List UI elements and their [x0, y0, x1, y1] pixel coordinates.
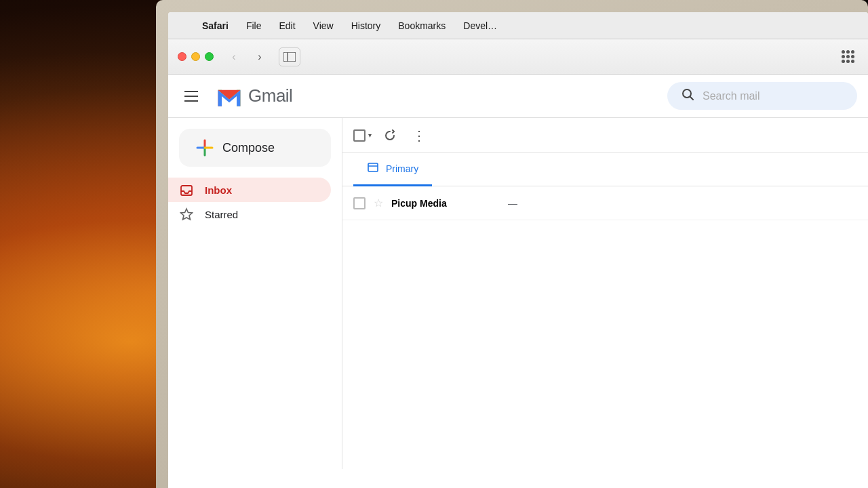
- compose-label: Compose: [222, 141, 275, 155]
- laptop-frame: Safari File Edit View History Bookmarks …: [156, 0, 868, 488]
- view-menu[interactable]: View: [311, 19, 336, 33]
- sidebar-toggle-button[interactable]: [279, 47, 300, 66]
- maximize-button[interactable]: [205, 52, 214, 61]
- browser-screen: Safari File Edit View History Bookmarks …: [168, 12, 868, 488]
- email-tabs: Primary: [342, 153, 868, 186]
- star-icon[interactable]: ☆: [374, 197, 383, 209]
- select-all-checkbox[interactable]: [353, 129, 366, 142]
- email-preview: —: [508, 198, 849, 209]
- close-button[interactable]: [178, 52, 186, 61]
- grid-dots-icon: [842, 50, 854, 63]
- macos-menubar: Safari File Edit View History Bookmarks …: [168, 12, 868, 39]
- sidebar-item-starred[interactable]: Starred: [168, 202, 331, 226]
- minimize-button[interactable]: [191, 52, 200, 61]
- search-placeholder-text: Search mail: [703, 90, 760, 102]
- grid-apps-button[interactable]: [837, 47, 859, 66]
- select-dropdown-arrow[interactable]: ▾: [368, 131, 372, 139]
- ham-line-1: [184, 91, 198, 92]
- laptop-bezel: Safari File Edit View History Bookmarks …: [156, 0, 868, 488]
- safari-toolbar: ‹ ›: [168, 39, 868, 75]
- refresh-icon: [384, 129, 396, 142]
- gmail-app: Gmail Search mail: [168, 75, 868, 488]
- primary-tab-icon: [367, 161, 379, 176]
- gmail-wordmark: Gmail: [248, 85, 292, 106]
- bookmarks-menu[interactable]: Bookmarks: [395, 19, 448, 33]
- email-main-panel: ▾ ⋮: [342, 118, 868, 469]
- traffic-lights: [178, 52, 214, 61]
- develop-menu[interactable]: Devel…: [460, 19, 500, 33]
- svg-line-3: [690, 97, 694, 100]
- safari-menu[interactable]: Safari: [199, 19, 231, 33]
- starred-label: Starred: [205, 209, 238, 220]
- search-icon: [681, 87, 694, 104]
- gmail-body: Compose Inbox: [168, 118, 868, 469]
- gmail-m-icon: [214, 81, 244, 111]
- primary-tab-label: Primary: [386, 163, 418, 174]
- select-all-area[interactable]: ▾: [353, 129, 372, 142]
- file-menu[interactable]: File: [243, 19, 264, 33]
- compose-plus-icon: [195, 138, 214, 157]
- svg-marker-9: [181, 209, 193, 220]
- history-menu[interactable]: History: [349, 19, 384, 33]
- inbox-icon: [179, 182, 194, 197]
- starred-icon: [179, 207, 194, 222]
- sidebar-item-inbox[interactable]: Inbox: [168, 178, 331, 202]
- ham-line-3: [184, 100, 198, 102]
- tab-primary[interactable]: Primary: [353, 153, 432, 186]
- email-row[interactable]: ☆ Picup Media —: [342, 186, 868, 220]
- ham-line-2: [184, 96, 198, 97]
- edit-menu[interactable]: Edit: [276, 19, 298, 33]
- svg-rect-10: [368, 163, 378, 171]
- apple-menu[interactable]: [179, 24, 184, 27]
- refresh-button[interactable]: [380, 125, 400, 146]
- email-toolbar: ▾ ⋮: [342, 118, 868, 153]
- email-sender: Picup Media: [391, 198, 500, 209]
- inbox-label: Inbox: [205, 184, 232, 196]
- gmail-logo: Gmail: [214, 81, 292, 111]
- gmail-header: Gmail Search mail: [168, 75, 868, 118]
- search-bar[interactable]: Search mail: [667, 82, 857, 110]
- gmail-sidebar: Compose Inbox: [168, 118, 342, 469]
- svg-rect-0: [283, 52, 296, 62]
- row-checkbox[interactable]: [353, 197, 366, 209]
- hamburger-menu-button[interactable]: [179, 85, 203, 107]
- compose-button[interactable]: Compose: [179, 129, 331, 167]
- back-button[interactable]: ‹: [224, 47, 243, 66]
- sidebar-icon: [283, 52, 296, 62]
- more-options-button[interactable]: ⋮: [408, 125, 430, 146]
- forward-button[interactable]: ›: [250, 47, 269, 66]
